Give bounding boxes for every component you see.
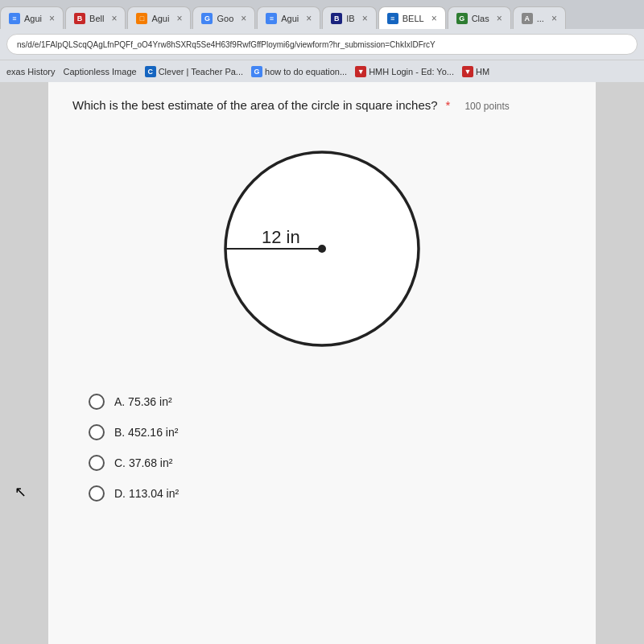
answer-option-B[interactable]: B. 452.16 in²	[89, 424, 572, 440]
tab-close-t7[interactable]: ×	[428, 13, 437, 24]
tab-label-t3: Agui	[151, 14, 169, 23]
tab-label-t1: Agui	[24, 14, 42, 23]
cursor: ↖	[14, 483, 27, 501]
tab-icon-t3: □	[136, 13, 147, 24]
tab-icon-t5: ≡	[266, 13, 277, 24]
bookmark-label-5: HM	[476, 67, 489, 76]
bookmark-item-4[interactable]: ▼HMH Login - Ed: Yo...	[355, 66, 454, 77]
bookmark-item-0[interactable]: exas History	[6, 67, 56, 76]
answer-option-D[interactable]: D. 113.04 in²	[89, 485, 572, 502]
browser-chrome: ≡Agui×BBell×□Agui×GGoo×≡Agui×BIB×≡BELL×G…	[0, 0, 644, 82]
bookmark-label-2: Clever | Teacher Pa...	[159, 67, 243, 76]
answer-option-C[interactable]: C. 37.68 in²	[89, 455, 572, 471]
browser-tab-t1[interactable]: ≡Agui×	[0, 6, 64, 29]
address-bar-row: ns/d/e/1FAIpQLScqQAgLfnPQFf_oO4Yrw8hSXRq…	[0, 29, 644, 60]
answer-label-D: D. 113.04 in²	[114, 487, 179, 500]
tab-close-t6[interactable]: ×	[359, 13, 368, 24]
tab-icon-t8: G	[456, 13, 468, 24]
tab-icon-t9: A	[522, 13, 533, 24]
radio-D[interactable]	[89, 485, 105, 502]
answer-choices: A. 75.36 in²B. 452.16 in²C. 37.68 in²D. …	[72, 394, 572, 502]
tab-label-t5: Agui	[281, 14, 299, 23]
answer-option-A[interactable]: A. 75.36 in²	[89, 394, 572, 410]
address-text: ns/d/e/1FAIpQLScqQAgLfnPQFf_oO4Yrw8hSXRq…	[17, 40, 436, 49]
bookmark-label-4: HMH Login - Ed: Yo...	[369, 67, 454, 76]
bookmark-icon-2: C	[145, 66, 156, 77]
bookmark-icon-5: ▼	[462, 66, 473, 77]
bookmark-item-2[interactable]: CClever | Teacher Pa...	[145, 66, 243, 77]
address-bar[interactable]: ns/d/e/1FAIpQLScqQAgLfnPQFf_oO4Yrw8hSXRq…	[6, 34, 638, 55]
bookmark-item-1[interactable]: Captionless Image	[64, 67, 137, 76]
svg-text:12 in: 12 in	[262, 227, 300, 247]
diagram-container: 12 in	[72, 128, 572, 369]
tab-close-t1[interactable]: ×	[46, 13, 55, 24]
bookmark-label-3: how to do equation...	[265, 67, 347, 76]
tab-close-t5[interactable]: ×	[303, 13, 312, 24]
bookmark-icon-3: G	[251, 66, 262, 77]
svg-point-2	[318, 245, 326, 253]
browser-tab-t9[interactable]: A...×	[513, 6, 566, 29]
answer-label-C: C. 37.68 in²	[114, 456, 172, 469]
required-star: *	[446, 98, 451, 112]
circle-diagram: 12 in	[201, 128, 443, 369]
tab-icon-t1: ≡	[9, 13, 20, 24]
tab-label-t9: ...	[537, 14, 544, 23]
browser-tab-t5[interactable]: ≡Agui×	[257, 6, 320, 29]
browser-tab-t6[interactable]: BIB×	[322, 6, 376, 29]
answer-label-A: A. 75.36 in²	[114, 395, 172, 408]
browser-tab-t2[interactable]: BBell×	[65, 6, 126, 29]
tab-label-t2: Bell	[89, 14, 104, 23]
tab-bar: ≡Agui×BBell×□Agui×GGoo×≡Agui×BIB×≡BELL×G…	[0, 0, 644, 29]
page-content: Which is the best estimate of the area o…	[48, 82, 596, 644]
question-header: Which is the best estimate of the area o…	[72, 98, 572, 112]
tab-label-t7: BELL	[402, 14, 424, 23]
bookmark-label-1: Captionless Image	[64, 67, 137, 76]
points-badge: 100 points	[464, 101, 509, 112]
tab-label-t4: Goo	[217, 14, 233, 23]
bookmark-item-5[interactable]: ▼HM	[462, 66, 489, 77]
tab-icon-t2: B	[74, 13, 85, 24]
browser-tab-t8[interactable]: GClas×	[448, 6, 511, 29]
tab-label-t8: Clas	[472, 14, 489, 23]
tab-label-t6: IB	[346, 14, 354, 23]
tab-icon-t6: B	[331, 13, 342, 24]
tab-icon-t7: ≡	[387, 13, 398, 24]
tab-close-t2[interactable]: ×	[108, 13, 117, 24]
bookmarks-bar: exas HistoryCaptionless ImageCClever | T…	[0, 60, 644, 82]
radio-C[interactable]	[89, 455, 105, 471]
browser-tab-t7[interactable]: ≡BELL×	[378, 6, 446, 29]
tab-close-t4[interactable]: ×	[237, 13, 246, 24]
bookmark-icon-4: ▼	[355, 66, 366, 77]
bookmark-label-0: exas History	[6, 67, 56, 76]
tab-close-t9[interactable]: ×	[548, 13, 557, 24]
bookmark-item-3[interactable]: Ghow to do equation...	[251, 66, 347, 77]
tab-close-t3[interactable]: ×	[173, 13, 182, 24]
browser-tab-t3[interactable]: □Agui×	[127, 6, 191, 29]
radio-B[interactable]	[89, 424, 105, 440]
question-text: Which is the best estimate of the area o…	[72, 98, 438, 112]
tab-close-t8[interactable]: ×	[493, 13, 502, 24]
answer-label-B: B. 452.16 in²	[114, 426, 178, 439]
radio-A[interactable]	[89, 394, 105, 410]
tab-icon-t4: G	[201, 13, 213, 24]
browser-tab-t4[interactable]: GGoo×	[192, 6, 255, 29]
